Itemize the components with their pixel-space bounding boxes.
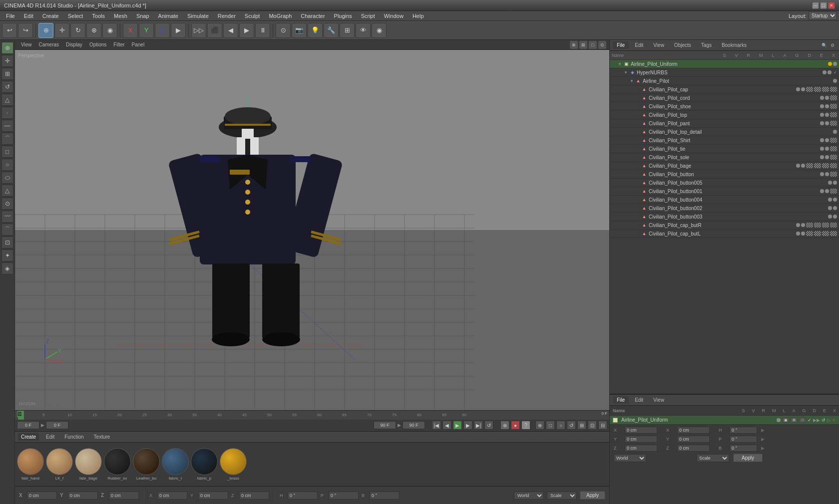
tl-mode-1[interactable]: ⊕ bbox=[535, 421, 544, 430]
tree-item-cap-butr[interactable]: ▲ Civilian_Pilot_cap_butR bbox=[610, 221, 839, 230]
vp-menu-display[interactable]: Display bbox=[63, 41, 85, 48]
maximize-button[interactable]: □ bbox=[820, 2, 827, 9]
tree-item-button003[interactable]: ▲ Civilian_Pilot_button003 bbox=[610, 213, 839, 221]
menu-render[interactable]: Render bbox=[214, 12, 240, 20]
y-position-input[interactable] bbox=[68, 492, 98, 500]
tool-move[interactable]: ✛ bbox=[1, 55, 13, 67]
menu-script[interactable]: Script bbox=[357, 12, 379, 20]
tool-light-side[interactable]: ✦ bbox=[1, 250, 13, 261]
mat-tab-texture[interactable]: Texture bbox=[91, 433, 113, 441]
objects-tab-view[interactable]: View bbox=[649, 41, 668, 49]
tl-prev-frame[interactable]: ◀ bbox=[442, 421, 451, 430]
vp-icon-3[interactable]: □ bbox=[589, 41, 597, 49]
tool-cone[interactable]: △ bbox=[1, 185, 13, 197]
root-dot-2[interactable] bbox=[833, 62, 837, 66]
attrs-coord-dropdown[interactable]: World bbox=[614, 454, 646, 462]
tree-item-shoe[interactable]: ▲ Civilian_Pilot_shoe bbox=[610, 102, 839, 111]
tool-edge[interactable]: — bbox=[1, 120, 13, 132]
menu-simulate[interactable]: Simulate bbox=[183, 12, 213, 20]
tree-item-hypernurbs[interactable]: ▼ ◈ HyperNURBS ✓ bbox=[610, 68, 839, 77]
x-size-input[interactable] bbox=[157, 492, 187, 500]
attrs-tab-file[interactable]: File bbox=[613, 396, 629, 404]
mat-tab-edit[interactable]: Edit bbox=[43, 433, 57, 441]
tool-box[interactable]: □ bbox=[1, 146, 13, 158]
grid-btn[interactable]: ⊞ bbox=[340, 23, 355, 38]
attrs-apply-button[interactable]: Apply bbox=[733, 454, 763, 462]
tl-loop[interactable]: ↺ bbox=[484, 421, 493, 430]
tool-select[interactable]: ⊕ bbox=[1, 42, 13, 54]
current-frame-input[interactable] bbox=[17, 421, 39, 429]
hn-dot-s[interactable] bbox=[823, 70, 827, 74]
minimize-button[interactable]: ─ bbox=[812, 2, 819, 9]
menu-select[interactable]: Select bbox=[64, 12, 87, 20]
material-ball-fabr-hand[interactable] bbox=[17, 448, 44, 475]
tl-mode-4[interactable]: ↺ bbox=[567, 421, 576, 430]
tree-item-pant[interactable]: ▲ Civilian_Pilot_pant bbox=[610, 119, 839, 128]
tool-nurbs[interactable]: 〰 bbox=[1, 211, 13, 223]
attrs-tab-edit[interactable]: Edit bbox=[631, 396, 647, 404]
objects-tab-objects[interactable]: Objects bbox=[670, 41, 695, 49]
vp-menu-options[interactable]: Options bbox=[86, 41, 109, 48]
tree-item-button004[interactable]: ▲ Civilian_Pilot_button004 bbox=[610, 196, 839, 204]
move-mode-button[interactable]: ✛ bbox=[54, 23, 69, 38]
apply-button[interactable]: Apply bbox=[580, 491, 605, 500]
tree-item-top-detail[interactable]: ▲ Civilian_Pilot_top_detail bbox=[610, 128, 839, 136]
tree-item-cap-butl[interactable]: ▲ Civilian_Pilot_cap_butL bbox=[610, 230, 839, 238]
menu-sculpt[interactable]: Sculpt bbox=[241, 12, 264, 20]
tree-item-top[interactable]: ▲ Civilian_Pilot_top bbox=[610, 111, 839, 119]
material-item-fabr-hand[interactable]: fabr_hand bbox=[17, 448, 44, 481]
layout-dropdown[interactable]: Startup bbox=[809, 11, 837, 20]
objects-tab-file[interactable]: File bbox=[613, 41, 629, 49]
render-button[interactable]: ▶ bbox=[171, 23, 186, 38]
orbit-btn[interactable]: ⊙ bbox=[276, 23, 291, 38]
pos-y-input[interactable] bbox=[625, 436, 657, 443]
tool-torus[interactable]: ⊙ bbox=[1, 198, 13, 210]
undo-button[interactable]: ↩ bbox=[2, 23, 17, 38]
menu-mesh[interactable]: Mesh bbox=[110, 12, 131, 20]
tl-first-frame[interactable]: |◀ bbox=[432, 421, 441, 430]
tl-mode-3[interactable]: ○ bbox=[556, 421, 565, 430]
tree-item-bage[interactable]: ▲ Civilian_Pilot_bage bbox=[610, 162, 839, 170]
playback-btn-1[interactable]: ▷▷ bbox=[191, 23, 206, 38]
tl-mode-7[interactable]: ⊟ bbox=[598, 421, 607, 430]
b-input[interactable] bbox=[730, 445, 757, 452]
z-position-input[interactable] bbox=[109, 492, 139, 500]
material-item-fabric-t[interactable]: fabric_t bbox=[162, 448, 189, 481]
material-ball-brass[interactable] bbox=[220, 448, 247, 475]
material-item-fabr-bage[interactable]: fabr_bage bbox=[75, 448, 102, 481]
tl-key-1[interactable]: ⊕ bbox=[500, 421, 509, 430]
attrs-tab-view[interactable]: View bbox=[649, 396, 668, 404]
select-mode-button[interactable]: ⊕ bbox=[38, 23, 53, 38]
timeline-ruler[interactable]: 0 5 10 15 20 25 30 35 40 45 50 55 60 65 … bbox=[15, 411, 609, 420]
tree-item-shirt[interactable]: ▲ Civilian_Pilot_Shirt bbox=[610, 136, 839, 145]
mat-tab-function[interactable]: Function bbox=[61, 433, 86, 441]
vp-icon-4[interactable]: ⊙ bbox=[598, 41, 606, 49]
objects-tree[interactable]: ▼ ▣ Airline_Pilot_Uniform ▼ ◈ bbox=[610, 60, 839, 394]
x-axis-button[interactable]: X bbox=[123, 23, 138, 38]
preview-end-input-2[interactable] bbox=[403, 421, 425, 429]
tree-item-airline-pilot[interactable]: ▼ ▲ Airline_Pilot bbox=[610, 77, 839, 85]
tree-item-sole[interactable]: ▲ Civilian_Pilot_sole bbox=[610, 153, 839, 162]
rotate-mode-button[interactable]: ↻ bbox=[70, 23, 85, 38]
misc-btn[interactable]: ◉ bbox=[372, 23, 387, 38]
menu-plugins[interactable]: Plugins bbox=[330, 12, 356, 20]
material-ball-leather[interactable] bbox=[133, 448, 160, 475]
selected-object-item[interactable]: Airline_Pilot_Uniform ▣ ⊞ □ ✓ ▶▶ ↺ ▷ ✕ bbox=[610, 416, 839, 425]
menu-file[interactable]: File bbox=[2, 12, 19, 20]
vp-menu-filter[interactable]: Filter bbox=[110, 41, 127, 48]
tool-scale[interactable]: ⊞ bbox=[1, 68, 13, 80]
playback-btn-2[interactable]: ⬛ bbox=[207, 23, 222, 38]
coord-space-dropdown[interactable]: World Object bbox=[514, 492, 544, 500]
z-input-2[interactable] bbox=[677, 445, 710, 452]
root-visibility-dot[interactable] bbox=[828, 62, 832, 66]
material-item-rubber[interactable]: Rubber_so bbox=[104, 448, 131, 481]
tool-bend[interactable]: ⌒ bbox=[1, 224, 13, 236]
vp-menu-view[interactable]: View bbox=[18, 41, 35, 48]
vp-menu-panel[interactable]: Panel bbox=[129, 41, 148, 48]
tool-spline[interactable]: ⌒ bbox=[1, 133, 13, 145]
menu-edit[interactable]: Edit bbox=[20, 12, 37, 20]
playback-btn-3[interactable]: ◀ bbox=[223, 23, 238, 38]
material-ball-fabric-p[interactable] bbox=[191, 448, 218, 475]
tool-rotate[interactable]: ↺ bbox=[1, 81, 13, 93]
menu-tools[interactable]: Tools bbox=[88, 12, 109, 20]
